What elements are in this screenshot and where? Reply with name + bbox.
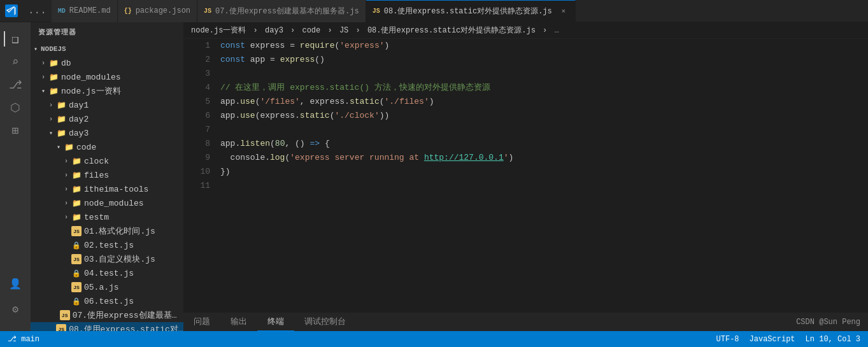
tree-item-clock[interactable]: ›📁clock [31,154,183,168]
tree-item-file03[interactable]: JS03.自定义模块.js [31,252,183,266]
tab-close-file08[interactable]: × [559,6,569,17]
code-line-11 [220,179,863,193]
activity-bar: ❑⌕⎇⬡⊞ 👤⚙ [0,22,31,331]
code-line-7 [220,123,863,137]
folder-icon-itheima-tools: 📁 [71,184,82,194]
activity-icon-source-control[interactable]: ⎇ [4,73,27,96]
code-line-8: app.listen(80, () => { [220,137,863,151]
line-number-8: 8 [189,137,210,151]
tree-item-day1[interactable]: ›📁day1 [31,98,183,112]
code-content[interactable]: const express = require('express')const … [215,39,868,312]
activity-icon-extensions[interactable]: ⊞ [4,119,27,142]
folder-icon-day2: 📁 [56,114,66,124]
vscode-logo [5,4,18,17]
tree-item-file08[interactable]: JS08.使用express.static对外提供静态资源.js [31,322,183,331]
tree-item-day3[interactable]: ▾📁day3 [31,126,183,140]
tree-item-nodejs-material[interactable]: ▾📁node.js一资料 [31,84,183,98]
code-line-10: }) [220,165,863,179]
status-branch: ⎇ main [8,334,39,344]
bottom-tab-output[interactable]: 输出 [220,313,257,332]
tree-arrow-nodejs-material: ▾ [38,86,48,96]
bottom-tab-problems[interactable]: 问题 [183,313,220,332]
tree-item-day2[interactable]: ›📁day2 [31,112,183,126]
folder-icon-files: 📁 [71,170,82,180]
tree-item-files[interactable]: ›📁files [31,168,183,182]
tree-item-file02[interactable]: 🔒02.test.js [31,238,183,252]
lock-icon-file02: 🔒 [71,240,82,250]
breadcrumb-part-1: day3 [265,26,283,35]
tree-item-testm[interactable]: ›📁testm [31,210,183,224]
tree-item-file01[interactable]: JS01.格式化时间.js [31,224,183,238]
lock-icon-file06: 🔒 [71,296,82,306]
tree-label-day3: day3 [69,129,89,138]
status-position: Ln 10, Col 3 [806,335,860,344]
tab-packagejson[interactable]: {}package.json [118,0,197,22]
tree-arrow-files: › [61,170,71,180]
tab-file08[interactable]: JS08.使用express.static对外提供静态资源.js× [366,0,576,22]
tree-item-file06[interactable]: 🔒06.test.js [31,294,183,308]
breadcrumb-sep-4: › [538,26,552,35]
folder-icon-testm: 📁 [71,212,82,222]
line-number-2: 2 [189,53,210,67]
tree-item-file07[interactable]: JS07.使用express创建最基本的服务器.js [31,308,183,322]
breadcrumb-sep-1: › [286,26,300,35]
tab-file07[interactable]: JS07.使用express创建最基本的服务器.js [197,0,366,22]
code-line-4: // 在这里，调用 express.static() 方法，快速的对外提供静态资… [220,81,863,95]
tree-label-file04: 04.test.js [84,269,134,278]
tree-arrow-testm: › [61,212,71,222]
tab-more-button[interactable]: ... [23,5,52,17]
tree-label-file03: 03.自定义模块.js [84,253,155,265]
tree-item-code[interactable]: ▾📁code [31,140,183,154]
code-line-9: console.log('express server running at h… [220,151,863,165]
line-numbers: 1234567891011 [183,39,215,312]
tree-item-node_modules1[interactable]: ›📁node_modules [31,70,183,84]
tree-label-file07: 07.使用express创建最基本的服务器.js [73,309,183,321]
status-right: UTF-8 JavaScript Ln 10, Col 3 [716,335,860,344]
js-icon-file05: JS [71,282,82,292]
editor-area: node.js一资料 › day3 › code › JS › 08.使用exp… [183,22,868,331]
tree-label-file08: 08.使用express.static对外提供静态资源.js [69,323,183,331]
activity-bottom-settings[interactable]: ⚙ [4,298,27,321]
breadcrumb-part-2: code [302,26,320,35]
breadcrumb-part-4: 08.使用express.static对外提供静态资源.js [367,26,536,35]
tab-readme[interactable]: MDREADME.md [52,0,118,22]
folder-icon-node_modules1: 📁 [48,72,59,82]
title-bar: ... MDREADME.md{}package.jsonJS07.使用expr… [0,0,868,22]
folder-icon-day1: 📁 [56,100,66,110]
breadcrumb-sep-3: › [351,26,365,35]
tree-item-itheima-tools[interactable]: ›📁itheima-tools [31,182,183,196]
tree-item-db[interactable]: ›📁db [31,56,183,70]
activity-icon-explorer[interactable]: ❑ [4,27,27,50]
folder-icon-nodejs-material: 📁 [48,86,59,96]
js-icon-file01: JS [71,226,82,236]
tree-label-itheima-tools: itheima-tools [84,185,148,194]
tree-item-node_modules2[interactable]: ›📁node_modules [31,196,183,210]
title-bar-left [5,4,18,17]
activity-icon-search[interactable]: ⌕ [4,50,27,73]
line-number-3: 3 [189,67,210,81]
tree-label-file02: 02.test.js [84,241,134,250]
tree-item-file05[interactable]: JS05.a.js [31,280,183,294]
tree-label-file05: 05.a.js [84,283,119,292]
tree-item-nodejs-root[interactable]: ▾NODEJS [31,42,183,56]
sidebar-tree[interactable]: ▾NODEJS›📁db›📁node_modules▾📁node.js一资料›📁d… [31,42,183,331]
tree-item-file04[interactable]: 🔒04.test.js [31,266,183,280]
tree-label-nodejs-material: node.js一资料 [61,85,121,97]
breadcrumb: node.js一资料 › day3 › code › JS › 08.使用exp… [183,22,868,39]
line-number-4: 4 [189,81,210,95]
tree-arrow-clock: › [61,156,71,166]
activity-bottom-account[interactable]: 👤 [4,273,27,295]
tree-label-files: files [84,171,109,180]
breadcrumb-part-0: node.js一资料 [191,26,246,35]
lock-icon-file04: 🔒 [71,268,82,278]
tree-label-clock: clock [84,157,109,166]
tree-label-file06: 06.test.js [84,297,134,306]
code-editor[interactable]: 1234567891011 const express = require('e… [183,39,868,312]
sidebar-header: 资源管理器 [31,22,183,42]
bottom-tab-debugconsole[interactable]: 调试控制台 [294,313,356,332]
folder-icon-day3: 📁 [56,128,66,138]
activity-icon-debug[interactable]: ⬡ [4,96,27,119]
line-number-9: 9 [189,151,210,165]
tree-arrow-code: ▾ [53,142,64,152]
bottom-tab-terminal[interactable]: 终端 [257,313,294,332]
